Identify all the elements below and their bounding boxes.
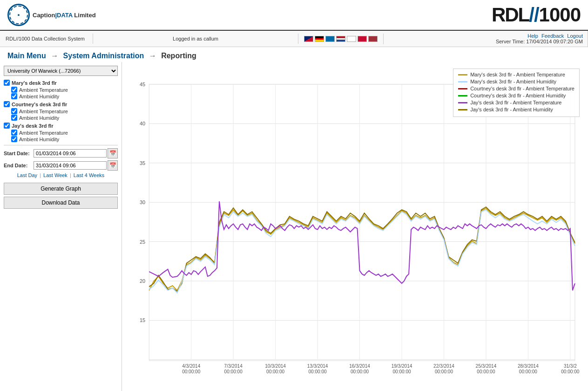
sensor-group-mary: Mary's desk 3rd flr Ambient Temperature … [4, 80, 118, 99]
y-label-25: 25 [140, 239, 145, 245]
flag-lv[interactable] [368, 36, 378, 42]
group-label-mary: Mary's desk 3rd flr [12, 80, 57, 86]
sensor-courtney-temp: Ambient Temperature [4, 108, 118, 114]
breadcrumb-main-menu[interactable]: Main Menu [7, 52, 46, 60]
checkbox-jay-temp[interactable] [11, 130, 17, 136]
flag-fi[interactable] [347, 36, 356, 42]
svg-text:00:00:00: 00:00:00 [392, 369, 411, 374]
logo-circle-text: ● [17, 13, 20, 17]
x-label-8: 25/3/2014 [476, 364, 497, 369]
checkbox-jay-humidity[interactable] [11, 136, 17, 142]
ql-sep1: | [40, 172, 42, 178]
end-date-label: End Date: [4, 163, 34, 168]
group-header-courtney: Courtney's desk 3rd flr [4, 101, 118, 107]
y-label-15: 15 [140, 317, 145, 323]
last-4-weeks-link[interactable]: Last 4 Weeks [74, 172, 104, 178]
brand-rdl: RDL [492, 4, 529, 26]
flag-nl[interactable] [336, 36, 345, 42]
label-mary-temp: Ambient Temperature [19, 87, 68, 93]
svg-text:00:00:00: 00:00:00 [519, 369, 538, 374]
label-jay-temp: Ambient Temperature [19, 130, 68, 136]
legend-color-3 [458, 95, 467, 96]
flag-de[interactable] [315, 36, 324, 42]
x-label-5: 16/3/2014 [349, 364, 370, 369]
help-link[interactable]: Help [527, 33, 538, 39]
legend-label-4: Jay's desk 3rd flr - Ambient Temperature [470, 100, 561, 105]
y-label-20: 20 [140, 278, 145, 284]
server-info: Help Feedback Logout Server Time: 17/04/… [384, 31, 588, 47]
start-date-input[interactable] [34, 149, 107, 158]
feedback-link[interactable]: Feedback [541, 33, 564, 39]
checkbox-courtney-humidity[interactable] [11, 115, 17, 121]
label-jay-humidity: Ambient Humidity [19, 137, 59, 142]
flag-se[interactable] [325, 36, 335, 42]
breadcrumb-system-admin[interactable]: System Administration [63, 52, 144, 60]
brand-logo: RDL//1000 [492, 4, 581, 26]
company-label: Caption|DATA Limited [33, 12, 96, 19]
sensor-group-courtney: Courtney's desk 3rd flr Ambient Temperat… [4, 101, 118, 121]
group-label-courtney: Courtney's desk 3rd flr [12, 102, 67, 107]
sensor-mary-temp: Ambient Temperature [4, 87, 118, 93]
svg-text:00:00:00: 00:00:00 [266, 369, 285, 374]
group-checkbox-jay[interactable] [4, 123, 10, 129]
group-header-jay: Jay's desk 3rd flr [4, 123, 118, 129]
y-label-40: 40 [140, 121, 145, 126]
start-date-calendar-btn[interactable]: 📅 [108, 148, 118, 158]
sensor-jay-temp: Ambient Temperature [4, 130, 118, 136]
system-label: RDL//1000 Data Collection System [0, 34, 93, 44]
logged-in-label: Logged in as callum [93, 34, 298, 44]
start-date-label: Start Date: [4, 151, 34, 156]
end-date-calendar-btn[interactable]: 📅 [108, 160, 118, 171]
checkbox-mary-temp[interactable] [11, 87, 17, 93]
svg-text:00:00:00: 00:00:00 [224, 369, 243, 374]
svg-text:00:00:00: 00:00:00 [182, 369, 201, 374]
legend-item-3: Courtney's desk 3rd flr - Ambient Humidi… [458, 93, 574, 98]
breadcrumb-current: Reporting [161, 52, 196, 60]
legend-label-0: Mary's desk 3rd flr - Ambient Temperatur… [470, 72, 565, 77]
checkbox-courtney-temp[interactable] [11, 108, 17, 114]
svg-text:00:00:00: 00:00:00 [477, 369, 495, 374]
x-label-4: 13/3/2014 [307, 364, 328, 369]
ql-sep2: | [70, 172, 73, 178]
sidebar: University Of Warwick (...72066) Mary's … [0, 62, 122, 391]
legend-item-4: Jay's desk 3rd flr - Ambient Temperature [458, 100, 574, 105]
divider1 [4, 145, 118, 145]
svg-text:00:00:00: 00:00:00 [351, 369, 369, 374]
main-layout: University Of Warwick (...72066) Mary's … [0, 62, 588, 391]
brand-number: 1000 [539, 4, 581, 26]
legend-label-5: Jay's desk 3rd flr - Ambient Humidity [470, 107, 553, 112]
svg-text:00:00:00: 00:00:00 [561, 369, 580, 374]
last-day-link[interactable]: Last Day [17, 172, 37, 178]
sensor-mary-humidity: Ambient Humidity [4, 93, 118, 99]
download-data-btn[interactable]: Download Data [4, 197, 118, 209]
end-date-input[interactable] [34, 161, 107, 170]
legend-item-0: Mary's desk 3rd flr - Ambient Temperatur… [458, 72, 574, 77]
sensor-jay-humidity: Ambient Humidity [4, 136, 118, 142]
chart-area: Mary's desk 3rd flr - Ambient Temperatur… [122, 62, 588, 391]
logout-link[interactable]: Logout [567, 33, 583, 39]
legend-color-4 [458, 102, 467, 103]
flag-dk[interactable] [358, 36, 367, 42]
logo-icon: ● [7, 4, 30, 26]
checkbox-mary-humidity[interactable] [11, 93, 17, 99]
last-week-link[interactable]: Last Week [43, 172, 68, 178]
flag-gb[interactable] [304, 36, 313, 42]
group-checkbox-mary[interactable] [4, 80, 10, 86]
group-checkbox-courtney[interactable] [4, 101, 10, 107]
generate-graph-btn[interactable]: Generate Graph [4, 183, 118, 195]
chart-legend: Mary's desk 3rd flr - Ambient Temperatur… [453, 69, 580, 117]
label-courtney-temp: Ambient Temperature [19, 109, 68, 114]
legend-label-1: Mary's desk 3rd flr - Ambient Humidity [470, 79, 556, 84]
flags-panel [298, 34, 384, 44]
location-select[interactable]: University Of Warwick (...72066) [4, 66, 118, 76]
navbar: RDL//1000 Data Collection System Logged … [0, 31, 588, 47]
logo-left: ● Caption|DATA Limited [7, 4, 96, 26]
legend-color-5 [458, 109, 467, 110]
legend-item-2: Courtney's desk 3rd flr - Ambient Temper… [458, 86, 574, 91]
label-mary-humidity: Ambient Humidity [19, 94, 59, 99]
legend-label-3: Courtney's desk 3rd flr - Ambient Humidi… [470, 93, 566, 98]
x-label-10: 31/3/2 [564, 364, 577, 369]
svg-text:00:00:00: 00:00:00 [435, 369, 453, 374]
y-label-35: 35 [140, 160, 145, 166]
breadcrumb-sep2: → [149, 52, 156, 60]
